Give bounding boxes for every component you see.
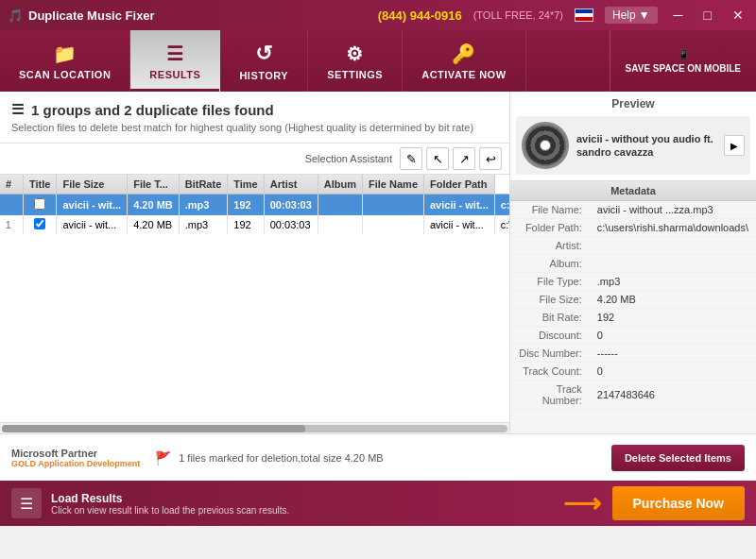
metadata-value: 4.20 MB — [590, 291, 756, 309]
activate-icon: 🔑 — [452, 42, 476, 65]
selection-cursor-button[interactable]: ↖ — [426, 147, 449, 170]
ms-partner-sublabel: GOLD Application Development — [11, 459, 140, 468]
metadata-row: File Size: 4.20 MB — [510, 291, 756, 309]
status-text: 1 files marked for deletion,total size 4… — [179, 452, 383, 464]
close-button[interactable]: ✕ — [728, 6, 748, 25]
results-subtitle: Selection files to delete best match for… — [11, 122, 498, 133]
tab-activate-now[interactable]: 🔑 ACTIVATE NOW — [403, 30, 525, 92]
row-checkbox-cell[interactable] — [24, 215, 57, 234]
row-bitrate: 192 — [228, 215, 264, 234]
col-header-filesize: File Size — [57, 175, 128, 195]
selection-edit-button[interactable]: ✎ — [400, 147, 422, 170]
col-header-bitrate: BitRate — [179, 175, 228, 195]
flag-icon — [575, 8, 593, 22]
metadata-row: Artist: — [510, 237, 756, 255]
save-space-mobile-button[interactable]: 📱 SAVE SPACE ON MOBILE — [610, 30, 756, 92]
load-results-title: Load Results — [51, 492, 289, 505]
row-bitrate: 192 — [228, 195, 264, 216]
row-time: 00:03:03 — [264, 195, 318, 216]
metadata-value: ------ — [590, 345, 756, 363]
load-results-icon: ☰ — [11, 488, 42, 518]
metadata-label: Folder Path: — [510, 219, 590, 237]
col-header-folderpath: Folder Path — [424, 175, 495, 195]
tab-results[interactable]: ☰ RESULTS — [130, 30, 220, 92]
row-artist — [318, 195, 362, 216]
metadata-label: File Type: — [510, 273, 590, 291]
col-header-filename: File Name — [363, 175, 424, 195]
cta-bar: ☰ Load Results Click on view result link… — [0, 481, 756, 526]
preview-info: avicii - without you audio ft. sandro ca… — [576, 132, 716, 160]
tab-scan-location[interactable]: 📁 SCAN LOCATION — [0, 30, 130, 92]
table-row[interactable]: ⊙ avicii - wit... 4.20 MB .mp3 192 00:03… — [0, 195, 509, 216]
row-filename: avicii - wit... — [424, 195, 495, 216]
results-header: ☰ 1 groups and 2 duplicate files found S… — [0, 92, 509, 144]
metadata-row: Track Count: 0 — [510, 363, 756, 381]
horizontal-scrollbar[interactable] — [0, 422, 509, 433]
tab-scan-location-label: SCAN LOCATION — [19, 69, 111, 80]
tab-settings[interactable]: ⚙ SETTINGS — [308, 30, 403, 92]
minimize-button[interactable]: ─ — [669, 6, 688, 25]
app-logo-icon: 🎵 — [8, 8, 23, 23]
results-title: ☰ 1 groups and 2 duplicate files found — [11, 101, 498, 118]
row-album — [363, 195, 424, 216]
status-info: 🚩 1 files marked for deletion,total size… — [155, 450, 596, 466]
col-header-time: Time — [228, 175, 264, 195]
row-filetype: .mp3 — [179, 215, 228, 234]
metadata-value: avicii - without ...zza.mp3 — [590, 201, 756, 219]
warning-flag-icon: 🚩 — [155, 450, 171, 466]
metadata-table: File Name: avicii - without ...zza.mp3 F… — [510, 201, 756, 410]
row-artist — [318, 215, 362, 234]
metadata-section: Metadata File Name: avicii - without ...… — [510, 181, 756, 433]
microsoft-partner: Microsoft Partner GOLD Application Devel… — [11, 448, 140, 468]
metadata-header: Metadata — [510, 181, 756, 201]
selection-export-button[interactable]: ↗ — [453, 147, 475, 170]
file-table: # Title File Size File T... BitRate Time… — [0, 175, 509, 234]
col-header-num: # — [0, 175, 24, 195]
metadata-row: Track Number: 2147483646 — [510, 381, 756, 410]
title-bar-left: 🎵 Duplicate Music Fixer — [8, 8, 155, 23]
title-bar-right: (844) 944-0916 (TOLL FREE, 24*7) Help ▼ … — [378, 6, 748, 25]
ms-partner-label: Microsoft Partner — [11, 448, 140, 459]
results-list-icon: ☰ — [11, 101, 24, 118]
metadata-row: Folder Path: c:\users\rishi.sharma\downl… — [510, 219, 756, 237]
scan-location-icon: 📁 — [53, 42, 77, 65]
tab-settings-label: SETTINGS — [327, 69, 383, 80]
metadata-label: File Size: — [510, 291, 590, 309]
row-filetype: .mp3 — [179, 195, 228, 216]
selection-undo-button[interactable]: ↩ — [479, 147, 502, 170]
row-checkbox-cell[interactable] — [24, 195, 57, 216]
nav-bar: 📁 SCAN LOCATION ☰ RESULTS ↺ HISTORY ⚙ SE… — [0, 30, 756, 92]
mobile-icon: 📱 — [678, 49, 689, 59]
metadata-label: Disc Number: — [510, 345, 590, 363]
col-header-filetype: File T... — [128, 175, 180, 195]
title-bar: 🎵 Duplicate Music Fixer (844) 944-0916 (… — [0, 0, 756, 30]
metadata-row: File Name: avicii - without ...zza.mp3 — [510, 201, 756, 219]
tab-history[interactable]: ↺ HISTORY — [220, 30, 308, 92]
file-table-container[interactable]: # Title File Size File T... BitRate Time… — [0, 175, 509, 422]
row-filesize: 4.20 MB — [128, 215, 180, 234]
help-button[interactable]: Help ▼ — [605, 7, 658, 24]
table-row[interactable]: 1 avicii - wit... 4.20 MB .mp3 192 00:03… — [0, 215, 509, 234]
delete-selected-button[interactable]: Delete Selected Items — [611, 445, 745, 471]
row-filesize: 4.20 MB — [128, 195, 180, 216]
status-bar: Microsoft Partner GOLD Application Devel… — [0, 433, 756, 481]
row-title: avicii - wit... — [57, 215, 128, 234]
purchase-now-button[interactable]: Purchase Now — [612, 486, 745, 520]
metadata-row: Disc Number: ------ — [510, 345, 756, 363]
preview-play-button[interactable]: ▶ — [724, 135, 745, 156]
preview-content: avicii - without you audio ft. sandro ca… — [516, 116, 750, 175]
maximize-button[interactable]: □ — [699, 6, 716, 25]
row-folderpath: c:\users\rishi — [494, 215, 509, 234]
preview-section: Preview avicii - without you audio ft. s… — [510, 92, 756, 181]
cta-text: Load Results Click on view result link t… — [51, 492, 289, 516]
row-album — [363, 215, 424, 234]
album-art — [522, 122, 569, 169]
selection-assistant-label: Selection Assistant — [305, 153, 392, 164]
metadata-label: Track Count: — [510, 363, 590, 381]
help-chevron-icon: ▼ — [639, 8, 650, 22]
history-icon: ↺ — [255, 42, 273, 66]
metadata-value — [590, 255, 756, 273]
metadata-label: Bit Rate: — [510, 309, 590, 327]
metadata-value: .mp3 — [590, 273, 756, 291]
row-title: avicii - wit... — [57, 195, 128, 216]
